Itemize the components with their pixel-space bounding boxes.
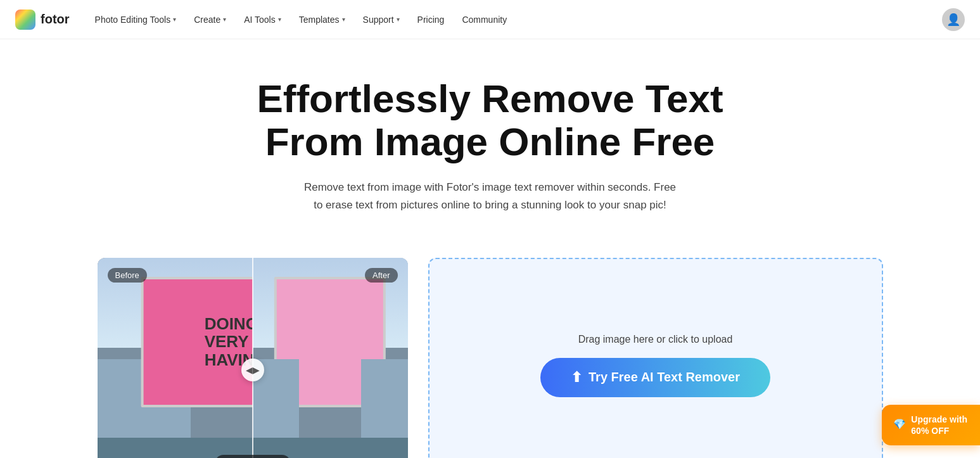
nav-item-community[interactable]: Community <box>454 10 514 30</box>
nav-item-pricing-label: Pricing <box>417 15 445 25</box>
nav-item-create[interactable]: Create ▾ <box>186 10 234 30</box>
nav-item-photo-editing-label: Photo Editing Tools <box>95 15 171 25</box>
nav-item-ai-tools[interactable]: AI Tools ▾ <box>236 10 289 30</box>
main-content: DOING N VERY DIFFE HAVING NO ◀▶ Before <box>47 239 934 458</box>
upload-hint: Drag image here or click to upload <box>578 334 733 345</box>
nav-items: Photo Editing Tools ▾ Create ▾ AI Tools … <box>87 10 942 30</box>
logo-text: fotor <box>41 12 70 27</box>
ba-handle[interactable]: ◀▶ <box>241 359 264 381</box>
upgrade-badge[interactable]: 💎 Upgrade with 60% OFF <box>882 405 980 445</box>
nav-item-photo-editing[interactable]: Photo Editing Tools ▾ <box>87 10 184 30</box>
nav-item-support-label: Support <box>363 15 394 25</box>
nav-item-templates[interactable]: Templates ▾ <box>291 10 353 30</box>
upload-panel[interactable]: Drag image here or click to upload ⬆ Try… <box>428 258 883 458</box>
try-ai-text-remover-button[interactable]: ⬆ Try Free AI Text Remover <box>540 358 770 397</box>
nav-item-support[interactable]: Support ▾ <box>355 10 407 30</box>
nav-item-community-label: Community <box>462 15 507 25</box>
hero-subtitle: Remove text from image with Fotor's imag… <box>300 179 680 213</box>
chevron-down-icon: ▾ <box>397 16 400 23</box>
after-overlay <box>253 258 408 458</box>
nav-item-templates-label: Templates <box>299 15 340 25</box>
upgrade-label: Upgrade with <box>911 414 967 425</box>
chevron-down-icon: ▾ <box>173 16 176 23</box>
after-label: After <box>365 268 397 283</box>
hero-section: Effortlessly Remove Text From Image Onli… <box>0 39 980 239</box>
before-after-panel: DOING N VERY DIFFE HAVING NO ◀▶ Before <box>98 258 408 458</box>
navbar: fotor Photo Editing Tools ▾ Create ▾ AI … <box>0 0 980 39</box>
upload-icon: ⬆ <box>571 369 582 386</box>
after-scene <box>253 258 408 458</box>
chevron-down-icon: ▾ <box>278 16 281 23</box>
chevron-down-icon: ▾ <box>342 16 345 23</box>
hero-title: Effortlessly Remove Text From Image Onli… <box>243 77 737 163</box>
logo-icon <box>15 10 35 30</box>
user-avatar[interactable]: 👤 <box>942 8 965 31</box>
slider-bar[interactable] <box>215 455 291 458</box>
logo-link[interactable]: fotor <box>15 10 70 30</box>
upgrade-discount: 60% OFF <box>911 425 967 436</box>
nav-item-create-label: Create <box>194 15 220 25</box>
diamond-icon: 💎 <box>893 418 906 431</box>
ba-divider <box>252 258 253 458</box>
nav-item-ai-tools-label: AI Tools <box>244 15 276 25</box>
upload-button-label: Try Free AI Text Remover <box>589 370 740 385</box>
upgrade-text: Upgrade with 60% OFF <box>911 414 967 436</box>
before-label: Before <box>108 268 147 283</box>
chevron-down-icon: ▾ <box>223 16 226 23</box>
nav-item-pricing[interactable]: Pricing <box>410 10 452 30</box>
